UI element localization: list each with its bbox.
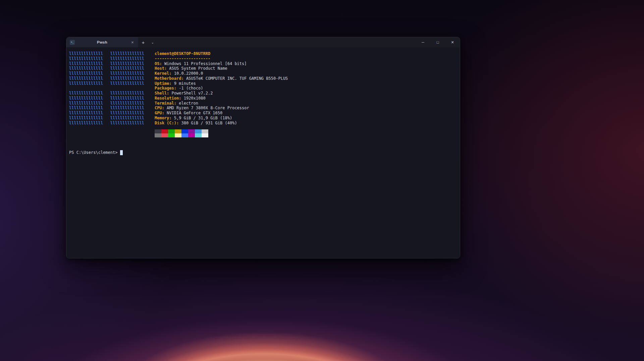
fetch-entry-value: AMD Ryzen 7 3800X 8-Core Processor (164, 106, 249, 110)
fetch-entry: Host: ASUS System Product Name (155, 66, 288, 71)
fetch-entry-value: PowerShell v7.2.2 (169, 91, 213, 96)
palette-row (155, 129, 288, 133)
fetch-entry: Motherboard: ASUSTeK COMPUTER INC. TUF G… (155, 76, 288, 81)
tab-close-icon[interactable]: ✕ (129, 41, 136, 44)
close-button[interactable]: ✕ (445, 37, 460, 47)
color-swatch (155, 129, 161, 133)
palette-row (155, 133, 288, 137)
tab-pwsh[interactable]: >_ Pwsh ✕ (66, 37, 138, 47)
fetch-entry-value: 5,9 GiB / 31,9 GiB (18%) (172, 116, 232, 120)
fetch-entry: Terminal: electron (155, 101, 288, 106)
new-tab-button[interactable]: + (138, 37, 148, 47)
color-swatch (181, 133, 188, 137)
maximize-button[interactable]: □ (430, 37, 445, 47)
fetch-entry-label: Host: (155, 66, 167, 71)
fetch-entry-label: Uptime: (155, 81, 172, 86)
color-swatch (168, 133, 175, 137)
fetch-entry: Uptime: 9 minutes (155, 81, 288, 86)
fetch-entry: OS: Windows 11 Professionnel [64 bits] (155, 61, 288, 66)
color-swatch (168, 129, 175, 133)
fetch-entry-label: Memory: (155, 116, 172, 120)
tab-title: Pwsh (77, 40, 127, 44)
fetch-entry: Kernel: 10.0.22000.0 (155, 71, 288, 76)
fetch-entry-value: -1 (choco) (176, 86, 203, 91)
fetch-entry: Resolution: 1920x1080 (155, 96, 288, 101)
color-swatch (188, 133, 195, 137)
fetch-entry-value: 1920x1080 (181, 96, 205, 101)
fetch-entry-label: Kernel: (155, 71, 172, 76)
color-swatch (195, 133, 202, 137)
fetch-entry-value: ASUSTeK COMPUTER INC. TUF GAMING B550-PL… (184, 76, 288, 81)
color-swatch (202, 133, 208, 137)
fetch-entry: GPU: NVIDIA GeForce GTX 1650 (155, 111, 288, 116)
fetch-entry-label: Disk (C:): (155, 121, 179, 125)
terminal-window: >_ Pwsh ✕ + ⌄ ─ □ ✕ llllllllllllll lllll… (66, 37, 460, 258)
fetch-entry-value: 9 minutes (172, 81, 196, 86)
powershell-icon: >_ (70, 40, 75, 45)
color-swatch (202, 129, 208, 133)
fetch-entry: Memory: 5,9 GiB / 31,9 GiB (18%) (155, 116, 288, 121)
fetch-separator: ----------------------- (155, 56, 288, 61)
terminal-cursor (120, 150, 123, 155)
fetch-entry-value: 380 GiB / 931 GiB (40%) (179, 121, 237, 125)
fetch-entry: Disk (C:): 380 GiB / 931 GiB (40%) (155, 121, 288, 126)
color-swatch (181, 129, 188, 133)
fetch-entry-value: electron (176, 101, 198, 106)
color-swatch (188, 129, 195, 133)
color-swatch (155, 133, 161, 137)
terminal-color-palette (155, 129, 288, 137)
fetch-entry: CPU: AMD Ryzen 7 3800X 8-Core Processor (155, 106, 288, 111)
color-swatch (161, 129, 168, 133)
fetch-entry-value: 10.0.22000.0 (172, 71, 203, 76)
color-swatch (175, 129, 181, 133)
minimize-button[interactable]: ─ (416, 37, 430, 47)
fetch-entry-label: Terminal: (155, 101, 176, 106)
fetch-entry-label: Resolution: (155, 96, 181, 101)
fetch-entry-value: NVIDIA GeForce GTX 1650 (164, 111, 222, 115)
fetch-entry: Shell: PowerShell v7.2.2 (155, 91, 288, 96)
fetch-title: clement@DESKTOP-8NUTRRD (155, 51, 288, 56)
color-swatch (161, 133, 168, 137)
windows-logo-ascii: llllllllllllll llllllllllllll llllllllll… (69, 51, 144, 125)
color-swatch (175, 133, 181, 137)
color-swatch (195, 129, 202, 133)
fetch-entry-label: OS: (155, 61, 162, 66)
fetch-entry: Packages: -1 (choco) (155, 86, 288, 91)
fetch-entry-label: Motherboard: (155, 76, 184, 81)
fetch-entry-value: Windows 11 Professionnel [64 bits] (162, 61, 247, 66)
terminal-content[interactable]: llllllllllllll llllllllllllll llllllllll… (66, 47, 460, 258)
fetch-entry-label: CPU: (155, 106, 164, 110)
prompt-text: PS C:\Users\clement> (69, 150, 120, 155)
fetch-entry-label: Packages: (155, 86, 176, 91)
fetch-entry-label: Shell: (155, 91, 169, 96)
fetch-entry-label: GPU: (155, 111, 164, 115)
system-info: clement@DESKTOP-8NUTRRD-----------------… (155, 51, 288, 137)
titlebar-drag-region[interactable] (157, 37, 416, 47)
titlebar[interactable]: >_ Pwsh ✕ + ⌄ ─ □ ✕ (66, 37, 460, 47)
tab-dropdown-button[interactable]: ⌄ (148, 37, 157, 47)
fetch-entry-value: ASUS System Product Name (167, 66, 227, 71)
prompt-line: PS C:\Users\clement> (69, 150, 457, 155)
